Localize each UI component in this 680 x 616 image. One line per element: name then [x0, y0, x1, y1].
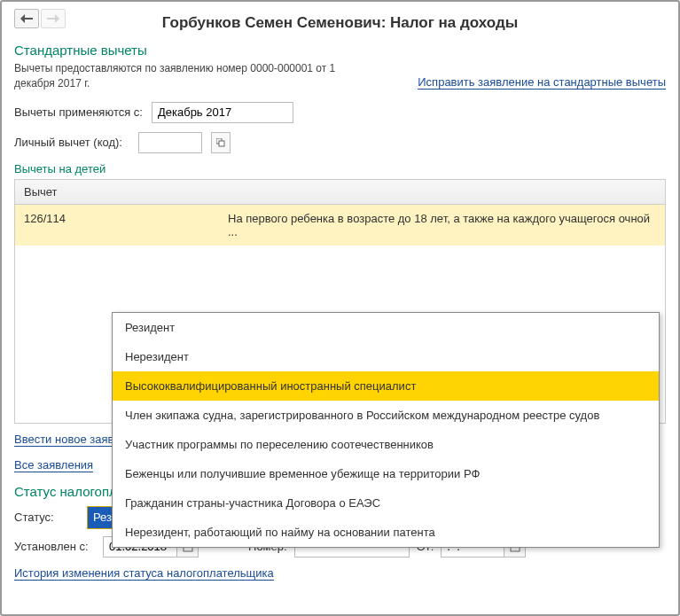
dropdown-option[interactable]: Беженцы или получившие временное убежище…: [113, 459, 659, 488]
dropdown-option[interactable]: Нерезидент: [113, 342, 659, 371]
dropdown-option[interactable]: Резидент: [113, 313, 659, 342]
table-header-code: Вычет: [15, 180, 665, 205]
standard-deductions-header: Стандартные вычеты: [14, 43, 666, 58]
arrow-left-icon: [20, 14, 33, 23]
deduction-code: 126/114: [24, 212, 228, 238]
applied-from-input[interactable]: [152, 102, 293, 123]
dropdown-option[interactable]: Нерезидент, работающий по найму на основ…: [113, 518, 659, 547]
dropdown-option[interactable]: Участник программы по переселению соотеч…: [113, 430, 659, 459]
personal-code-input[interactable]: [138, 132, 202, 153]
nav-back-button[interactable]: [14, 9, 39, 28]
dropdown-option[interactable]: Член экипажа судна, зарегистрированного …: [113, 401, 659, 430]
arrow-right-icon: [47, 14, 59, 23]
status-history-link[interactable]: История изменения статуса налогоплательщ…: [14, 566, 274, 581]
personal-code-label: Личный вычет (код):: [14, 136, 129, 149]
status-dropdown-list: Резидент Нерезидент Высококвалифицирован…: [112, 312, 660, 548]
dropdown-option[interactable]: Высококвалифицированный иностранный спец…: [113, 371, 659, 401]
page-title: Горбунков Семен Семенович: Налог на дохо…: [14, 14, 666, 32]
applied-from-label: Вычеты применяются с:: [14, 105, 143, 119]
set-from-label: Установлен с:: [14, 540, 96, 553]
children-deductions-header: Вычеты на детей: [14, 162, 666, 175]
table-row[interactable]: 126/114 На первого ребенка в возрасте до…: [15, 205, 665, 246]
svg-rect-1: [219, 141, 224, 146]
status-label: Статус:: [14, 511, 80, 524]
open-picker-icon: [216, 138, 225, 147]
dropdown-option[interactable]: Гражданин страны-участника Договора о ЕА…: [113, 488, 659, 518]
all-applications-link[interactable]: Все заявления: [14, 458, 93, 472]
deduction-desc: На первого ребенка в возрасте до 18 лет,…: [228, 212, 656, 238]
edit-application-link[interactable]: Исправить заявление на стандартные вычет…: [418, 75, 666, 90]
personal-code-picker-button[interactable]: [211, 132, 231, 153]
nav-forward-button[interactable]: [41, 9, 66, 28]
